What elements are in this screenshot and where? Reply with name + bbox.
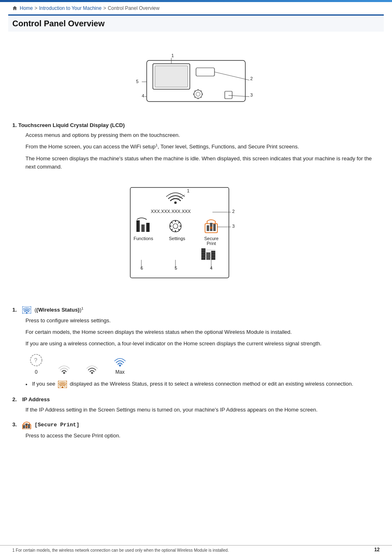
wireless-level-0: ? 0 (29, 354, 44, 376)
wireless-label-text: (Wireless Status) (36, 307, 79, 313)
svg-rect-33 (141, 224, 145, 232)
svg-text:3: 3 (232, 224, 235, 229)
breadcrumb: Home > Introduction to Your Machine > Co… (0, 2, 392, 14)
section1-p3: The Home screen displays the machine's s… (25, 155, 380, 171)
page-number: 12 (374, 547, 380, 553)
breadcrumb-sep1: > (35, 5, 37, 11)
svg-text:Settings: Settings (169, 236, 185, 241)
svg-rect-55 (206, 252, 210, 260)
section1-p2-text: From the Home screen, you can access the… (25, 144, 155, 150)
svg-text:XXX.XXX.XXX.XXX: XXX.XXX.XXX.XXX (151, 209, 191, 214)
main-content: 1 2 3 4 5 1. Touchscreen Liquid Crystal … (0, 36, 392, 468)
wireless-level-2 (85, 361, 99, 376)
svg-point-77 (119, 365, 121, 367)
svg-text:4: 4 (142, 93, 144, 98)
svg-rect-2 (155, 66, 188, 87)
svg-rect-56 (211, 251, 215, 260)
wireless-inline-icon (58, 381, 67, 388)
wireless-level-max: Max (113, 354, 127, 376)
wireless-item-num: 1. (12, 306, 19, 314)
control-panel-diagram: 1 2 3 4 5 (130, 48, 262, 114)
svg-rect-50 (213, 224, 216, 231)
svg-point-51 (210, 227, 212, 229)
home-icon (12, 6, 17, 11)
svg-rect-4 (225, 91, 232, 99)
svg-rect-32 (136, 220, 140, 232)
section1-p2: From the Home screen, you can access the… (25, 143, 380, 151)
section1-p3-text: The Home screen displays the machine's s… (25, 155, 372, 170)
breadcrumb-home[interactable]: Home (20, 5, 33, 11)
svg-text:1: 1 (171, 53, 174, 58)
wireless-2-icon (85, 361, 99, 374)
cp-diagram-svg: 1 2 3 4 5 (130, 48, 262, 114)
wireless-1-icon (57, 361, 71, 374)
wireless-level-1 (57, 361, 71, 376)
section1-p1-text: Access menus and options by pressing the… (25, 132, 180, 138)
secure-print-icon (22, 421, 31, 429)
lcd-diagram-svg: 1 XXX.XXX.XXX.XXX 2 (126, 179, 266, 298)
wireless-bullet-text: If you see displayed as the Wireless Sta… (32, 380, 353, 388)
svg-text:6: 6 (141, 266, 143, 271)
svg-point-75 (63, 372, 65, 374)
svg-text:2: 2 (250, 76, 253, 81)
wireless-signal-row: ? 0 (29, 354, 380, 376)
page-title: Control Panel Overview (12, 19, 105, 28)
wireless-sup: 1 (81, 306, 83, 310)
wireless-0-icon: ? (29, 354, 44, 367)
item3-label: [Secure Print] (35, 421, 79, 429)
item3-p1: Press to access the Secure Print option. (25, 432, 380, 440)
svg-line-20 (228, 95, 249, 97)
svg-rect-3 (196, 68, 214, 76)
control-panel-diagram-container: 1 2 3 4 5 (12, 48, 380, 114)
footer: 1 For certain models, the wireless netwo… (0, 545, 392, 555)
item3-label-text: [Secure Print] (35, 422, 79, 428)
svg-text:2: 2 (232, 209, 235, 214)
wireless-item: 1. ((Wireless Status))1 (12, 306, 380, 314)
wireless-level-max-label: Max (115, 368, 125, 376)
svg-point-79 (62, 386, 63, 388)
section1-p1: Access menus and options by pressing the… (25, 131, 380, 139)
item2: 2. IP Address (12, 395, 380, 404)
svg-point-6 (196, 92, 200, 96)
svg-text:1: 1 (187, 188, 189, 193)
item2-num: 2. (12, 395, 19, 404)
svg-point-76 (91, 372, 93, 374)
breadcrumb-current: Control Panel Overview (108, 5, 159, 11)
wireless-level-0-label: 0 (35, 368, 38, 376)
item2-p1: If the IP Address setting in the Screen … (25, 406, 380, 414)
wireless-p3: If you are using a wireless connection, … (25, 340, 380, 348)
section1-heading: 1. Touchscreen Liquid Crystal Display (L… (12, 121, 380, 130)
wireless-bullet-item: • If you see displayed as the Wireless S… (25, 380, 380, 389)
breadcrumb-intro[interactable]: Introduction to Your Machine (39, 5, 101, 11)
svg-point-72 (26, 312, 28, 314)
lcd-diagram-wrapper: 1 XXX.XXX.XXX.XXX 2 (126, 179, 266, 298)
svg-text:3: 3 (250, 92, 253, 97)
section1-heading-text: 1. Touchscreen Liquid Crystal Display (L… (12, 122, 125, 128)
wireless-status-icon (22, 306, 31, 314)
svg-text:?: ? (34, 357, 37, 363)
svg-text:Functions: Functions (134, 236, 153, 241)
svg-rect-81 (23, 425, 25, 428)
footnote-text: 1 For certain models, the wireless netwo… (12, 548, 229, 553)
section1-p2-cont: , Toner level, Settings, Functions, and … (157, 144, 299, 150)
svg-line-18 (214, 72, 249, 80)
svg-rect-34 (146, 223, 150, 232)
svg-point-26 (174, 201, 177, 204)
page-title-section: Control Panel Overview (8, 14, 384, 32)
wireless-label: ((Wireless Status))1 (35, 306, 83, 314)
item2-label: IP Address (22, 395, 50, 404)
lcd-diagram-container: 1 XXX.XXX.XXX.XXX 2 (12, 179, 380, 298)
bullet-dot: • (25, 381, 30, 389)
svg-rect-83 (28, 424, 30, 428)
svg-text:Print: Print (207, 241, 216, 246)
item2-label-text: IP Address (22, 396, 50, 402)
item3-num: 3. (12, 421, 19, 429)
wireless-bullet-prefix: If you see (32, 381, 55, 387)
wireless-p1: Press to configure wireless settings. (25, 317, 380, 325)
svg-text:5: 5 (136, 79, 138, 84)
svg-rect-48 (207, 225, 209, 231)
svg-point-84 (26, 426, 28, 428)
wireless-max-icon (113, 354, 127, 367)
wireless-p2: For certain models, the Home screen disp… (25, 328, 380, 336)
svg-text:Secure: Secure (204, 236, 219, 241)
